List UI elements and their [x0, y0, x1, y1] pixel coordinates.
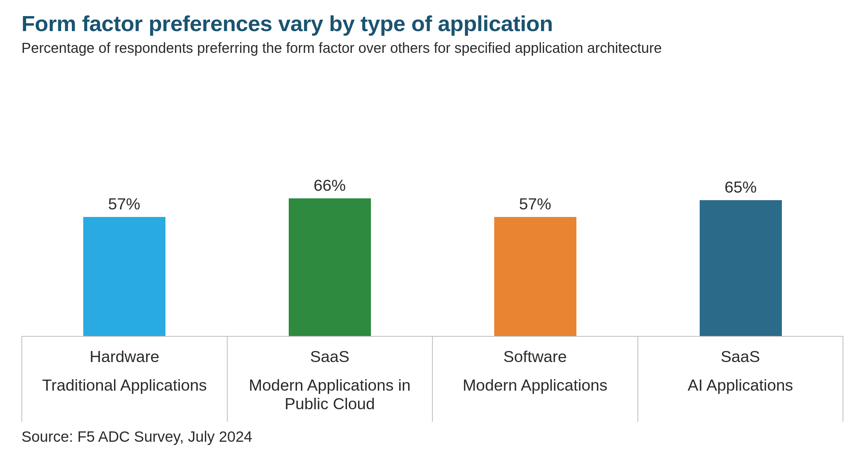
form-factor-label: Hardware: [22, 347, 227, 366]
category-label: Traditional Applications: [22, 376, 227, 395]
x-axis-cell-3: SaaS AI Applications: [638, 336, 844, 422]
bar-slot-3: 65%: [638, 75, 843, 336]
bar-rect: [289, 198, 371, 336]
bar-slot-0: 57%: [21, 75, 227, 336]
form-factor-label: Software: [433, 347, 638, 366]
chart-x-axis: Hardware Traditional Applications SaaS M…: [21, 336, 843, 422]
bar-rect: [83, 217, 165, 336]
bar-rect: [700, 200, 782, 336]
chart-plot-area: 57% 66% 57% 65% Hardware Traditional App…: [21, 75, 843, 443]
bar-rect: [494, 217, 576, 336]
bar-slot-2: 57%: [432, 75, 638, 336]
chart-source: Source: F5 ADC Survey, July 2024: [21, 428, 252, 445]
bar-value-label: 57%: [519, 195, 551, 213]
category-label: Modern Applications: [433, 376, 638, 395]
form-factor-label: SaaS: [638, 347, 843, 366]
bar-value-label: 65%: [724, 178, 757, 197]
x-axis-cell-2: Software Modern Applications: [432, 336, 638, 422]
form-factor-label: SaaS: [228, 347, 432, 366]
bar-slot-1: 66%: [227, 75, 432, 336]
chart-page: Form factor preferences vary by type of …: [0, 0, 868, 465]
category-label: AI Applications: [638, 376, 843, 395]
bar-value-label: 66%: [313, 176, 346, 195]
category-label: Modern Applications in Public Cloud: [228, 376, 432, 413]
chart-subtitle: Percentage of respondents preferring the…: [21, 40, 662, 56]
bar-value-label: 57%: [108, 195, 140, 213]
chart-bars: 57% 66% 57% 65%: [21, 75, 843, 336]
chart-title: Form factor preferences vary by type of …: [21, 11, 553, 36]
x-axis-cell-0: Hardware Traditional Applications: [21, 336, 227, 422]
x-axis-cell-1: SaaS Modern Applications in Public Cloud: [227, 336, 432, 422]
